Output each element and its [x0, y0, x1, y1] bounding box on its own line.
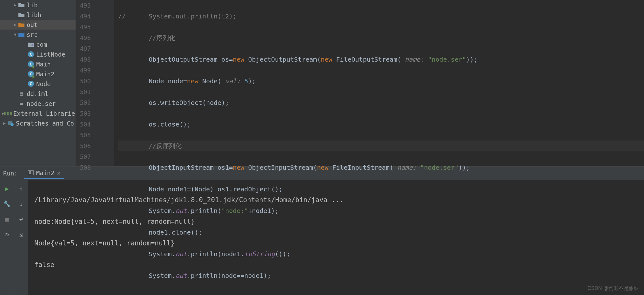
- tree-item-com[interactable]: com: [0, 39, 76, 49]
- scroll-icon[interactable]: ⇲: [17, 230, 25, 238]
- class-icon: C: [27, 51, 34, 58]
- svg-point-0: [31, 44, 33, 46]
- run-title: Run:: [3, 170, 18, 177]
- run-tab-label: Main2: [36, 169, 54, 176]
- run-tab[interactable]: Main2 ×: [24, 168, 64, 179]
- rerun-icon[interactable]: ▶: [3, 184, 11, 193]
- close-icon[interactable]: ×: [57, 169, 60, 176]
- run-toolbar-nav: ↑ ↓ ↩ ⇲: [14, 180, 28, 295]
- folder-icon: [18, 11, 25, 18]
- run-config-icon: [28, 170, 34, 175]
- tree-item-node-ser[interactable]: ▭ node.ser: [0, 99, 76, 108]
- tree-item-external-libs[interactable]: ▶ ▮▮▮ External Libraries: [0, 108, 76, 118]
- folder-icon: [18, 31, 25, 38]
- fold-column: [97, 0, 114, 166]
- tree-label: com: [36, 41, 47, 48]
- chevron-right-icon: ▶: [13, 3, 18, 7]
- folder-icon: [18, 2, 25, 9]
- tree-label: out: [27, 21, 37, 28]
- tree-label: lib: [27, 2, 37, 9]
- chevron-right-icon: ▶: [2, 121, 7, 126]
- library-icon: ▮▮▮: [4, 110, 11, 117]
- line-gutter: 4934944954964974984995005015025035045055…: [76, 0, 97, 166]
- tree-label: src: [27, 31, 37, 38]
- tree-item-libh[interactable]: libh: [0, 10, 76, 20]
- watermark: CSDN @狗哥不是甜妹: [587, 285, 639, 292]
- tree-label: Main: [36, 61, 51, 68]
- class-icon: C: [27, 71, 34, 78]
- class-icon: C: [27, 80, 34, 87]
- chevron-down-icon: ▼: [13, 32, 18, 37]
- tree-label: External Libraries: [13, 110, 76, 117]
- tree-item-main[interactable]: C Main: [0, 59, 76, 69]
- tree-label: Main2: [36, 71, 54, 78]
- tree-item-node[interactable]: C Node: [0, 79, 76, 89]
- tree-label: dd.iml: [27, 90, 49, 97]
- tree-label: ListNode: [36, 51, 65, 58]
- file-icon: ▭: [18, 100, 25, 107]
- tree-item-lib[interactable]: ▶ lib: [0, 0, 76, 10]
- chevron-right-icon: ▶: [13, 22, 18, 27]
- up-icon[interactable]: ↑: [17, 184, 25, 193]
- scratch-icon: [7, 120, 14, 127]
- svg-rect-4: [29, 171, 31, 174]
- code-editor[interactable]: 4934944954964974984995005015025035045055…: [76, 0, 644, 166]
- project-tree: ▶ lib libh ▶ out ▼ src com C ListNode C: [0, 0, 76, 166]
- tree-label: node.ser: [27, 100, 56, 107]
- tree-label: libh: [27, 11, 41, 18]
- package-icon: [27, 41, 34, 48]
- file-icon: ▤: [18, 90, 25, 97]
- folder-icon: [18, 21, 25, 28]
- class-icon: C: [27, 61, 34, 68]
- tree-item-main2[interactable]: C Main2: [0, 69, 76, 79]
- tree-item-scratches[interactable]: ▶ Scratches and Co: [0, 118, 76, 128]
- exit-icon[interactable]: ⎋: [3, 230, 11, 238]
- tree-item-dd-iml[interactable]: ▤ dd.iml: [0, 89, 76, 99]
- wrench-icon[interactable]: 🔧: [3, 200, 11, 208]
- tree-item-src[interactable]: ▼ src: [0, 30, 76, 39]
- tree-item-listnode[interactable]: C ListNode: [0, 49, 76, 59]
- tree-label: Scratches and Co: [16, 120, 74, 127]
- tree-item-out[interactable]: ▶ out: [0, 20, 76, 30]
- code-content[interactable]: // System.out.println(t2); //序列化 ObjectO…: [114, 0, 644, 166]
- soft-wrap-icon[interactable]: ↩: [17, 215, 25, 223]
- run-toolbar-left: ▶ 🔧 ■ ⎋: [0, 180, 14, 295]
- tree-label: Node: [36, 80, 51, 87]
- stop-icon[interactable]: ■: [3, 215, 11, 223]
- down-icon[interactable]: ↓: [17, 200, 25, 208]
